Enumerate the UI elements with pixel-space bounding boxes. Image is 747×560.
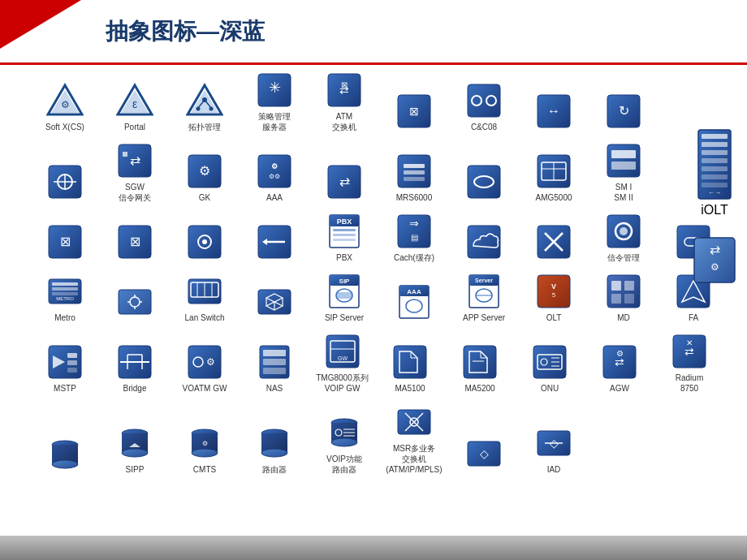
metro-label: Metro	[54, 312, 76, 323]
svg-rect-127	[624, 294, 634, 304]
tmg8000-icon: GW	[324, 333, 361, 370]
md-icon	[605, 273, 642, 310]
icon-row-5: MSTP Bridge	[32, 333, 735, 397]
icon-circ1	[32, 163, 97, 203]
svg-rect-209	[702, 183, 728, 187]
svg-point-174	[52, 460, 78, 468]
cc08-label: C&C08	[471, 122, 497, 132]
svg-rect-35	[123, 152, 127, 157]
right-panel: ←→ iOLT ⇄ ⚙	[690, 126, 739, 286]
sm-icon	[605, 142, 642, 179]
svg-text:✳: ✳	[269, 80, 281, 96]
svg-text:SIP: SIP	[339, 278, 351, 285]
bridge-label: Bridge	[123, 383, 147, 394]
svg-text:⚙: ⚙	[199, 164, 210, 178]
mrs6000-label: MRS6000	[396, 192, 432, 203]
icon-cache: ⇒ ▤ Cach(缓存)	[382, 213, 447, 263]
svg-text:5: 5	[552, 291, 556, 299]
svg-rect-134	[67, 368, 77, 373]
icon-msr: MSR多业务交换机(ATM/IP/MPLS)	[382, 403, 447, 475]
policy-mgr-label: 策略管理服务器	[258, 111, 291, 132]
sipp-label: SIPP	[126, 464, 145, 475]
icon-sip-server: SIP SIP Server	[312, 273, 377, 323]
svg-text:↻: ↻	[619, 104, 629, 118]
svg-text:⊠: ⊠	[409, 105, 419, 118]
policy-mgr-icon: ✳	[256, 71, 293, 109]
mstp-icon	[46, 343, 84, 381]
icon-lan-switch: Lan Switch	[172, 273, 237, 323]
svg-text:◇: ◇	[480, 447, 489, 460]
header: 抽象图标—深蓝	[0, 0, 747, 65]
msr-icon	[395, 403, 433, 441]
amg5000-label: AMG5000	[535, 192, 572, 203]
blank4-icon: ⇄	[326, 163, 363, 200]
svg-text:←→: ←→	[708, 189, 721, 196]
svg-text:ε: ε	[132, 97, 137, 110]
icon-soft-x: ⚙ Soft X(CS)	[32, 82, 97, 132]
svg-rect-207	[702, 166, 728, 171]
olt-icon: V 5	[535, 273, 572, 310]
agw-label: AGW	[610, 383, 629, 394]
icon-row-6: SIPP ⚙ CM	[32, 403, 735, 478]
icon-voatm-gw: ⚙ VOATM GW	[172, 343, 237, 394]
r6-blank-icon: ◇	[465, 435, 503, 472]
voip-router-icon	[326, 414, 363, 451]
icon-row-2: ⇄ SGW信令网关 ⚙ GK	[32, 142, 735, 206]
icon-gk: ⚙ GK	[172, 153, 237, 203]
icon-mstp: MSTP	[32, 343, 97, 394]
voatm-gw-label: VOATM GW	[183, 383, 227, 394]
svg-rect-54	[611, 150, 636, 158]
icon-blank2: ↔	[521, 93, 586, 132]
svg-rect-206	[702, 158, 728, 163]
disk-icon	[46, 435, 84, 472]
icon-row-3: ⊠ ⊠	[32, 213, 735, 266]
icon-aaa: ⚙ ⚙⚙ AAA	[242, 153, 307, 203]
blank1-icon: ⊠	[395, 93, 433, 130]
iolt-label: iOLT	[701, 203, 728, 218]
sgw-label: SGW信令网关	[119, 182, 151, 203]
oval-icon	[465, 163, 503, 200]
nas-icon	[256, 343, 293, 381]
icon-amg5000: AMG5000	[521, 153, 586, 203]
svg-rect-155	[464, 346, 496, 378]
svg-text:V: V	[551, 282, 556, 291]
sm-label: SM ISM II	[614, 182, 633, 203]
r3-3-icon	[186, 223, 223, 261]
amg5000-icon	[535, 153, 572, 190]
icon-row-1: ⚙ Soft X(CS) ε Portal 拓扑管理	[32, 71, 735, 136]
icon-mrs6000: MRS6000	[382, 153, 447, 203]
svg-rect-69	[333, 229, 356, 231]
icon-3dcube	[242, 283, 307, 323]
soft-x-icon: ⚙	[46, 82, 84, 119]
r4-2-icon	[116, 283, 153, 321]
atm-switch-label: ATM交换机	[332, 111, 356, 132]
svg-rect-44	[404, 164, 425, 168]
icon-cloud	[451, 223, 516, 263]
svg-text:⚙: ⚙	[710, 261, 719, 273]
icon-radium8750: ⇄ ✕ Radium8750	[657, 333, 722, 394]
svg-rect-147	[326, 335, 359, 368]
atm-switch-icon: ⇄ ⊠	[326, 71, 363, 109]
icon-router: 路由器	[242, 424, 307, 475]
svg-point-62	[202, 239, 207, 244]
svg-text:METRO: METRO	[56, 296, 74, 301]
svg-rect-55	[611, 162, 636, 170]
iolt-icon: ←→	[694, 126, 735, 203]
svg-rect-46	[404, 177, 425, 181]
router-icon	[256, 424, 293, 462]
bridge-icon	[116, 343, 153, 381]
soft-x-label: Soft X(CS)	[45, 122, 84, 132]
signaling-mgr-label: 信令管理	[607, 252, 640, 263]
svg-text:⊠: ⊠	[60, 235, 71, 248]
icon-row-4: METRO Metro	[32, 273, 735, 326]
icon-iolt-container: ←→ iOLT	[690, 126, 739, 218]
fa-label: FA	[689, 312, 698, 323]
svg-text:↔: ↔	[547, 104, 560, 118]
app-server-label: APP Server	[463, 312, 505, 323]
svg-rect-47	[468, 166, 500, 198]
router-label: 路由器	[262, 464, 287, 475]
svg-text:⇄: ⇄	[710, 243, 720, 256]
metro-icon: METRO	[46, 273, 84, 310]
svg-rect-71	[333, 239, 356, 241]
icon-signaling-mgr: 信令管理	[591, 213, 656, 263]
